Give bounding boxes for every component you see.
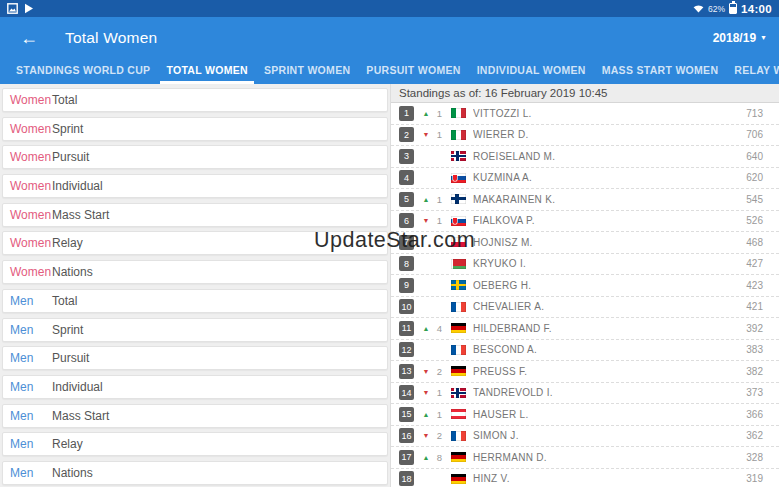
sidebar-item-group: Men xyxy=(10,409,46,423)
sidebar-item[interactable]: Women Sprint xyxy=(2,117,388,141)
standings-row[interactable]: 1 ▲ 1 VITTOZZI L. 713 xyxy=(391,103,779,125)
sidebar-item[interactable]: Women Nations xyxy=(2,260,388,284)
rank-badge: 17 xyxy=(399,450,414,465)
standings-row[interactable]: 12 BESCOND A. 383 xyxy=(391,340,779,362)
rank-badge: 5 xyxy=(399,192,414,207)
standings-as-of: Standings as of: 16 February 2019 10:45 xyxy=(391,84,779,103)
movement-arrow-icon: ▼ xyxy=(420,131,432,138)
athlete-name: FIALKOVA P. xyxy=(473,215,746,226)
sidebar-item[interactable]: Women Mass Start xyxy=(2,203,388,227)
points-value: 526 xyxy=(746,215,763,226)
sidebar-item[interactable]: Men Mass Start xyxy=(2,404,388,428)
athlete-name: SIMON J. xyxy=(473,430,746,441)
sidebar-item-group: Men xyxy=(10,466,46,480)
points-value: 706 xyxy=(746,129,763,140)
movement-change: 8 xyxy=(432,452,442,463)
sidebar-item-label: Individual xyxy=(52,179,103,193)
season-selector[interactable]: 2018/19 ▼ xyxy=(713,31,767,45)
sidebar-item[interactable]: Men Pursuit xyxy=(2,346,388,370)
sidebar-item-label: Sprint xyxy=(52,323,83,337)
standings-row[interactable]: 11 ▲ 4 HILDEBRAND F. 392 xyxy=(391,318,779,340)
athlete-name: MAKARAINEN K. xyxy=(473,194,746,205)
points-value: 373 xyxy=(746,387,763,398)
tab[interactable]: MASS START WOMEN xyxy=(594,58,727,84)
points-value: 392 xyxy=(746,323,763,334)
tab-label: RELAY WOMEN xyxy=(734,64,779,76)
sidebar-item[interactable]: Women Individual xyxy=(2,174,388,198)
athlete-name: VITTOZZI L. xyxy=(473,108,746,119)
status-system-icons: 62% 14:00 xyxy=(693,3,772,15)
rank-badge: 3 xyxy=(399,149,414,164)
country-flag-icon xyxy=(451,108,466,118)
rank-badge: 9 xyxy=(399,278,414,293)
sidebar-item-label: Nations xyxy=(52,466,93,480)
athlete-name: CHEVALIER A. xyxy=(473,301,746,312)
standings-row[interactable]: 4 KUZMINA A. 620 xyxy=(391,168,779,190)
rank-badge: 14 xyxy=(399,385,414,400)
sidebar-item-group: Women xyxy=(10,179,46,193)
standings-row[interactable]: 18 HINZ V. 319 xyxy=(391,469,779,487)
tab[interactable]: SPRINT WOMEN xyxy=(256,58,358,84)
sidebar-item[interactable]: Men Nations xyxy=(2,461,388,485)
standings-row[interactable]: 9 OEBERG H. 423 xyxy=(391,275,779,297)
tab[interactable]: INDIVIDUAL WOMEN xyxy=(469,58,594,84)
sidebar-item[interactable]: Men Individual xyxy=(2,375,388,399)
country-flag-icon xyxy=(451,280,466,290)
country-flag-icon xyxy=(451,194,466,204)
tab[interactable]: RELAY WOMEN xyxy=(726,58,779,84)
standings-panel: Standings as of: 16 February 2019 10:45 … xyxy=(390,84,779,487)
movement-change: 2 xyxy=(432,430,442,441)
sidebar-item[interactable]: Men Sprint xyxy=(2,318,388,342)
standings-row[interactable]: 15 ▲ 1 HAUSER L. 366 xyxy=(391,404,779,426)
standings-row[interactable]: 8 KRYUKO I. 427 xyxy=(391,254,779,276)
rank-badge: 12 xyxy=(399,342,414,357)
standings-row[interactable]: 10 CHEVALIER A. 421 xyxy=(391,297,779,319)
points-value: 545 xyxy=(746,194,763,205)
athlete-name: BESCOND A. xyxy=(473,344,746,355)
sidebar-item[interactable]: Women Relay xyxy=(2,231,388,255)
sidebar-item-group: Women xyxy=(10,265,46,279)
sidebar-item[interactable]: Women Total xyxy=(2,88,388,112)
rank-badge: 15 xyxy=(399,407,414,422)
back-arrow-icon[interactable]: ← xyxy=(20,29,38,47)
wifi-icon xyxy=(693,4,704,13)
points-value: 468 xyxy=(746,237,763,248)
sidebar-item[interactable]: Men Relay xyxy=(2,432,388,456)
standings-row[interactable]: 14 ▼ 1 TANDREVOLD I. 373 xyxy=(391,383,779,405)
battery-icon xyxy=(729,3,737,14)
sidebar-item-group: Men xyxy=(10,437,46,451)
clock-time: 14:00 xyxy=(741,3,772,15)
tab[interactable]: PURSUIT WOMEN xyxy=(358,58,468,84)
tab[interactable]: STANDINGS WORLD CUP xyxy=(8,58,158,84)
standings-row[interactable]: 16 ▼ 2 SIMON J. 362 xyxy=(391,426,779,448)
sidebar-item-label: Mass Start xyxy=(52,409,109,423)
sidebar-item-group: Women xyxy=(10,93,46,107)
standings-row[interactable]: 2 ▼ 1 WIERER D. 706 xyxy=(391,125,779,147)
standings-row[interactable]: 3 ROEISELAND M. 640 xyxy=(391,146,779,168)
standings-row[interactable]: 6 ▼ 1 FIALKOVA P. 526 xyxy=(391,211,779,233)
category-sidebar: Women Total Women Sprint Women Pursuit W… xyxy=(0,84,390,487)
sidebar-item-label: Relay xyxy=(52,437,83,451)
standings-row[interactable]: 7 HOJNISZ M. 468 xyxy=(391,232,779,254)
athlete-name: PREUSS F. xyxy=(473,366,746,377)
country-flag-icon xyxy=(451,474,466,484)
rank-badge: 8 xyxy=(399,256,414,271)
battery-percent: 62% xyxy=(708,4,725,14)
country-flag-icon xyxy=(451,409,466,419)
tab-label: MASS START WOMEN xyxy=(602,64,719,76)
standings-row[interactable]: 5 ▲ 1 MAKARAINEN K. 545 xyxy=(391,189,779,211)
athlete-name: HOJNISZ M. xyxy=(473,237,746,248)
sidebar-item[interactable]: Men Total xyxy=(2,289,388,313)
standings-row[interactable]: 13 ▼ 2 PREUSS F. 382 xyxy=(391,361,779,383)
sidebar-item-group: Men xyxy=(10,294,46,308)
sidebar-item-group: Women xyxy=(10,208,46,222)
standings-row[interactable]: 17 ▲ 8 HERRMANN D. 328 xyxy=(391,447,779,469)
sidebar-item[interactable]: Women Pursuit xyxy=(2,145,388,169)
sidebar-item-group: Men xyxy=(10,323,46,337)
movement-arrow-icon: ▼ xyxy=(420,217,432,224)
movement-arrow-icon: ▲ xyxy=(420,325,432,332)
country-flag-icon xyxy=(451,130,466,140)
tab[interactable]: TOTAL WOMEN xyxy=(158,58,255,84)
movement-arrow-icon: ▼ xyxy=(420,368,432,375)
movement-arrow-icon: ▼ xyxy=(420,389,432,396)
